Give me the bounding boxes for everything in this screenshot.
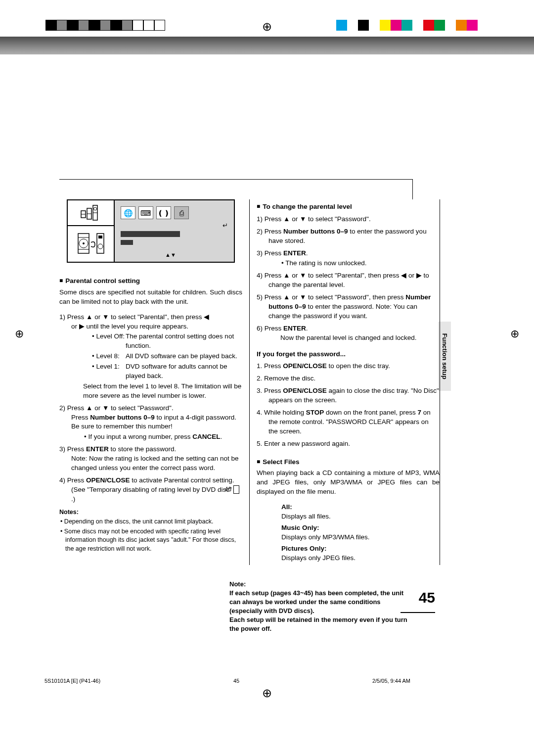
osd-screenshot: 🌐 ⌨ ❪❫ ⎙ ↵ ▲▼ xyxy=(67,199,235,263)
section-heading: ■Select Files xyxy=(257,458,440,467)
registration-mark-icon: ⊕ xyxy=(0,685,534,702)
svg-point-6 xyxy=(93,207,96,210)
lock-icon: ⎙ xyxy=(174,206,189,219)
audio-icon: ❪❫ xyxy=(156,206,171,219)
footer-page: 45 xyxy=(233,677,239,685)
osd-speaker-icon xyxy=(68,200,114,226)
osd-menu-bar xyxy=(121,231,180,237)
right-column: ■To change the parental level 1) Press ▲… xyxy=(250,199,440,565)
svg-rect-13 xyxy=(98,236,102,238)
page-ref-box: 46 xyxy=(233,485,239,494)
left-column: 🌐 ⌨ ❪❫ ⎙ ↵ ▲▼ ■Parental control setting … xyxy=(59,199,250,565)
page-number: 45 xyxy=(419,587,435,608)
return-icon: ↵ xyxy=(222,221,228,230)
step-list: 1) Press ▲ or ▼ to select "Password". 2)… xyxy=(257,215,440,343)
notes-heading: Notes: xyxy=(59,508,242,517)
osd-disc-icon xyxy=(68,226,114,262)
svg-point-14 xyxy=(98,244,103,249)
svg-point-11 xyxy=(83,242,85,244)
globe-icon: 🌐 xyxy=(121,206,135,219)
definition-list: All: Displays all files. Music Only: Dis… xyxy=(257,503,440,563)
body-text: When playing back a CD containing a mixt… xyxy=(257,469,440,497)
notes-list: • Depending on the discs, the unit canno… xyxy=(59,518,242,553)
tv-icon: ⌨ xyxy=(138,206,153,219)
footer: 5S10101A [E] (P41-46) 45 2/5/05, 9:44 AM xyxy=(0,677,534,685)
step-list: 1) Press ▲ or ▼ to select "Parental", th… xyxy=(59,313,242,504)
body-text: Some discs are specified not suitable fo… xyxy=(59,288,242,307)
footer-timestamp: 2/5/05, 9:44 AM xyxy=(372,677,410,685)
section-heading: ■Parental control setting xyxy=(59,277,242,286)
sub-heading: If you forget the password... xyxy=(257,350,440,359)
section-heading: ■To change the parental level xyxy=(257,202,440,212)
updown-icon: ▲▼ xyxy=(165,251,176,259)
step-list: 1. Press OPEN/CLOSE to open the disc tra… xyxy=(257,362,440,448)
page-number-underline xyxy=(400,612,435,613)
bottom-note: Note: If each setup (pages 43~45) has be… xyxy=(222,580,504,634)
osd-menu-dots xyxy=(121,240,133,245)
footer-doc-id: 5S10101A [E] (P41-46) xyxy=(44,677,100,685)
